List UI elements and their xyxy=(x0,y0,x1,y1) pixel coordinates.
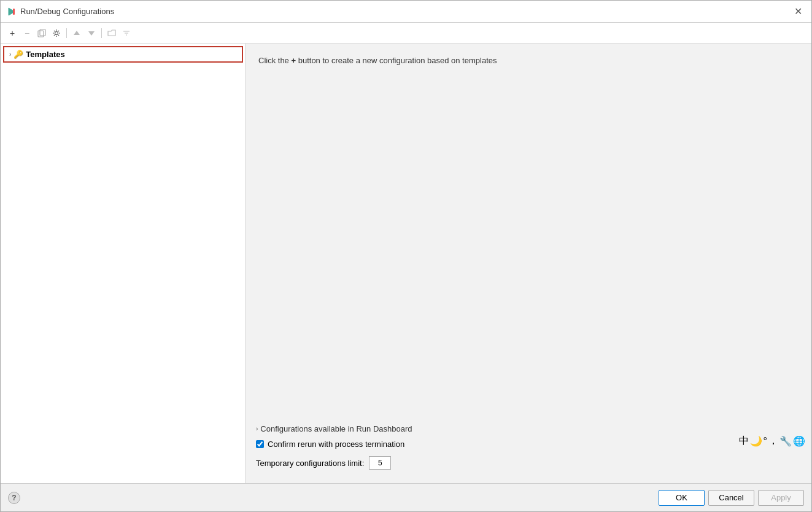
close-button[interactable]: ✕ xyxy=(791,4,805,19)
copy-button[interactable] xyxy=(35,26,48,40)
confirm-rerun-label: Confirm rerun with process termination xyxy=(268,440,404,449)
move-up-button[interactable] xyxy=(70,26,83,40)
info-after-text: button to create a new configuration bas… xyxy=(298,56,497,65)
run-dashboard-label: Configurations available in Run Dashboar… xyxy=(260,424,412,433)
widget-icon-4[interactable]: ， xyxy=(768,435,778,448)
svg-point-4 xyxy=(55,31,58,34)
bottom-bar: ? OK Cancel Apply xyxy=(1,483,811,511)
dialog-icon xyxy=(7,7,17,17)
confirm-rerun-checkbox[interactable] xyxy=(256,440,264,448)
dialog-buttons: OK Cancel Apply xyxy=(659,490,804,506)
info-text-area: Click the + button to create a new confi… xyxy=(246,44,811,78)
temp-config-input[interactable] xyxy=(369,456,391,470)
title-bar: Run/Debug Configurations ✕ xyxy=(1,1,811,23)
icon-widget: 中 🌙 ° ， 🔧 🌐 xyxy=(739,435,805,448)
separator-1 xyxy=(66,28,67,38)
settings-button[interactable] xyxy=(50,26,63,40)
temp-config-row: Temporary configurations limit: xyxy=(256,456,802,470)
right-panel: Click the + button to create a new confi… xyxy=(246,44,811,483)
sort-button[interactable] xyxy=(120,26,133,40)
widget-icon-1[interactable]: 中 xyxy=(739,435,749,448)
help-button[interactable]: ? xyxy=(8,492,20,504)
templates-label: Templates xyxy=(26,50,64,59)
widget-icon-3[interactable]: ° xyxy=(764,436,767,447)
right-bottom-controls: › Configurations available in Run Dashbo… xyxy=(246,417,811,483)
run-dashboard-chevron-icon: › xyxy=(256,425,258,432)
ok-button[interactable]: OK xyxy=(659,490,705,506)
content-area: › 🔑 Templates Click the + button to crea… xyxy=(1,44,811,483)
svg-marker-6 xyxy=(88,31,95,36)
templates-icon: 🔑 xyxy=(14,50,23,59)
widget-icon-5[interactable]: 🔧 xyxy=(779,435,792,447)
tree-chevron-icon: › xyxy=(9,51,11,58)
add-button[interactable]: + xyxy=(6,26,19,40)
svg-rect-1 xyxy=(13,9,15,15)
run-debug-dialog: Run/Debug Configurations ✕ + − xyxy=(0,0,812,512)
confirm-row: Confirm rerun with process termination xyxy=(256,440,802,449)
widget-icon-6[interactable]: 🌐 xyxy=(793,435,805,447)
dialog-title: Run/Debug Configurations xyxy=(20,7,791,16)
info-click-text: Click the xyxy=(258,56,289,65)
separator-2 xyxy=(101,28,102,38)
plus-symbol: + xyxy=(291,56,296,65)
svg-marker-5 xyxy=(74,31,80,35)
templates-tree-item[interactable]: › 🔑 Templates xyxy=(3,46,243,63)
cancel-button[interactable]: Cancel xyxy=(708,490,754,506)
temp-config-label: Temporary configurations limit: xyxy=(256,459,364,468)
apply-button[interactable]: Apply xyxy=(758,490,804,506)
run-dashboard-row[interactable]: › Configurations available in Run Dashbo… xyxy=(256,424,802,433)
move-down-button[interactable] xyxy=(85,26,98,40)
widget-icon-2[interactable]: 🌙 xyxy=(750,435,762,447)
folder-button[interactable] xyxy=(105,26,118,40)
left-panel: › 🔑 Templates xyxy=(1,44,246,483)
remove-button[interactable]: − xyxy=(20,26,34,40)
toolbar: + − xyxy=(1,23,811,44)
